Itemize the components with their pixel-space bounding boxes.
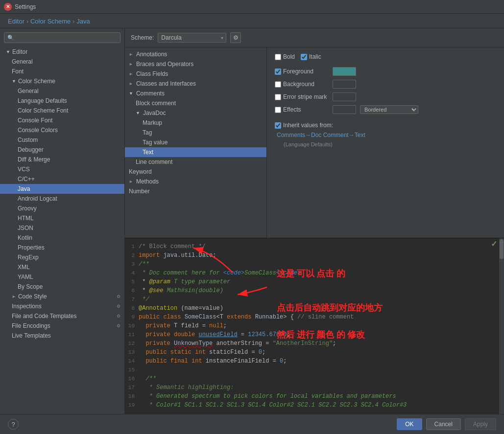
sidebar-item-debugger[interactable]: Debugger bbox=[0, 145, 124, 155]
tree-item-tag[interactable]: Tag bbox=[125, 128, 266, 137]
sidebar-item-diff-merge[interactable]: Diff & Merge bbox=[0, 155, 124, 164]
close-button[interactable]: ✕ bbox=[4, 3, 12, 11]
italic-checkbox[interactable] bbox=[301, 54, 307, 60]
effects-style-select[interactable]: Bordered Underscored Bold Underscored bbox=[360, 105, 418, 114]
breadcrumb-editor[interactable]: Editor bbox=[8, 18, 24, 25]
apply-button[interactable]: Apply bbox=[465, 418, 496, 430]
bold-checkbox[interactable] bbox=[275, 54, 281, 60]
sidebar-item-live-templates[interactable]: Live Templates bbox=[0, 331, 124, 341]
breadcrumb-color-scheme[interactable]: Color Scheme bbox=[30, 18, 71, 25]
dialog-body: 🔍 ▼ Editor General Font ▼ Color Scheme G… bbox=[0, 28, 504, 414]
sidebar-item-html[interactable]: HTML bbox=[0, 213, 124, 223]
code-content: * Generated spectrum to pick colors for … bbox=[139, 392, 504, 401]
tree-arrow-icon: ► bbox=[129, 179, 133, 184]
sidebar-item-kotlin[interactable]: Kotlin bbox=[0, 233, 124, 243]
sidebar-item-cpp[interactable]: C/C++ bbox=[0, 174, 124, 184]
sidebar-item-regexp[interactable]: RegExp bbox=[0, 252, 124, 262]
sidebar-item-color-scheme[interactable]: ▼ Color Scheme bbox=[0, 76, 124, 86]
tree-item-class-fields[interactable]: ► Class Fields bbox=[125, 69, 266, 79]
sidebar-item-properties[interactable]: Properties bbox=[0, 243, 124, 252]
scheme-select[interactable]: Darcula Default High contrast bbox=[158, 33, 226, 43]
line-number: 18 bbox=[125, 392, 139, 401]
inherit-checkbox[interactable] bbox=[275, 122, 281, 129]
line-number: 11 bbox=[125, 331, 139, 339]
tree-item-label: Block comment bbox=[136, 100, 176, 107]
tree-item-block-comment[interactable]: Block comment bbox=[125, 98, 266, 108]
effects-style-wrapper[interactable]: Bordered Underscored Bold Underscored bbox=[360, 105, 418, 114]
tree-item-line-comment[interactable]: Line comment bbox=[125, 157, 266, 167]
search-box[interactable]: 🔍 bbox=[4, 32, 120, 43]
sidebar-item-java[interactable]: Java bbox=[0, 184, 124, 194]
foreground-checkbox-label[interactable]: Foreground bbox=[275, 68, 329, 75]
sidebar-item-label: By Scope bbox=[18, 283, 43, 290]
sidebar-item-android-logcat[interactable]: Android Logcat bbox=[0, 194, 124, 204]
ok-button[interactable]: OK bbox=[397, 418, 422, 430]
tree-arrow-icon: ► bbox=[129, 62, 133, 67]
sidebar-item-vcs[interactable]: VCS bbox=[0, 164, 124, 174]
bold-checkbox-label[interactable]: Bold bbox=[275, 53, 295, 60]
scheme-gear-button[interactable]: ⚙ bbox=[230, 32, 241, 43]
tree-item-javadoc[interactable]: ▼ JavaDoc bbox=[125, 108, 266, 118]
sidebar-item-editor[interactable]: ▼ Editor bbox=[0, 47, 124, 57]
code-line-5: 5 * @param T type parameter bbox=[125, 277, 504, 286]
error-stripe-label: Error stripe mark bbox=[283, 93, 327, 100]
sidebar-item-cs-general[interactable]: General bbox=[0, 86, 124, 96]
sidebar-item-xml[interactable]: XML bbox=[0, 262, 124, 272]
sidebar-item-groovy[interactable]: Groovy bbox=[0, 204, 124, 213]
sidebar-item-json[interactable]: JSON bbox=[0, 223, 124, 233]
sidebar-item-language-defaults[interactable]: Language Defaults bbox=[0, 96, 124, 106]
tree-item-braces-operators[interactable]: ► Braces and Operators bbox=[125, 59, 266, 69]
sidebar-item-by-scope[interactable]: By Scope bbox=[0, 282, 124, 292]
sidebar-item-cs-font[interactable]: Color Scheme Font bbox=[0, 106, 124, 115]
code-line-6: 6 * @see Math#sin(double) bbox=[125, 286, 504, 295]
error-stripe-checkbox[interactable] bbox=[275, 94, 281, 100]
foreground-checkbox[interactable] bbox=[275, 69, 281, 75]
sidebar-item-label: HTML bbox=[18, 215, 34, 222]
tree-item-label: Keyword bbox=[129, 168, 152, 175]
sidebar-item-inspections[interactable]: Inspections ⚙ bbox=[0, 301, 124, 311]
background-label: Background bbox=[283, 81, 314, 88]
tree-item-classes-interfaces[interactable]: ► Classes and Interfaces bbox=[125, 79, 266, 89]
tree-arrow-icon: ► bbox=[129, 52, 133, 57]
error-stripe-color-swatch[interactable] bbox=[333, 92, 356, 101]
foreground-color-swatch[interactable] bbox=[333, 67, 356, 76]
tree-item-markup[interactable]: Markup bbox=[125, 118, 266, 128]
tree-item-annotations[interactable]: ► Annotations bbox=[125, 49, 266, 59]
sidebar-item-console-colors[interactable]: Console Colors bbox=[0, 125, 124, 135]
sidebar-item-console-font[interactable]: Console Font bbox=[0, 115, 124, 125]
help-button[interactable]: ? bbox=[8, 419, 19, 430]
sidebar-item-font[interactable]: Font bbox=[0, 67, 124, 76]
search-input[interactable] bbox=[16, 34, 117, 41]
tree-item-label: Methods bbox=[136, 178, 159, 185]
sidebar-item-yaml[interactable]: YAML bbox=[0, 272, 124, 282]
italic-checkbox-label[interactable]: Italic bbox=[301, 53, 321, 60]
sidebar-item-file-encodings[interactable]: File Encodings ⚙ bbox=[0, 321, 124, 331]
tree-item-keyword[interactable]: Keyword bbox=[125, 167, 266, 177]
tree-item-number[interactable]: Number bbox=[125, 186, 266, 196]
background-checkbox[interactable] bbox=[275, 81, 281, 88]
tree-item-text[interactable]: Text bbox=[125, 147, 266, 157]
sidebar-item-code-style[interactable]: ► Code Style ⚙ bbox=[0, 292, 124, 301]
line-number: 15 bbox=[125, 366, 139, 374]
sidebar-item-label: Language Defaults bbox=[18, 97, 67, 104]
inherit-checkbox-label[interactable]: Inherit values from: bbox=[275, 122, 333, 129]
background-checkbox-label[interactable]: Background bbox=[275, 81, 329, 88]
inherit-link[interactable]: Comments→Doc Comment→Text bbox=[277, 132, 365, 138]
effects-checkbox[interactable] bbox=[275, 107, 281, 113]
effects-checkbox-label[interactable]: Effects bbox=[275, 106, 329, 113]
effects-color-swatch[interactable] bbox=[333, 105, 356, 114]
sidebar-item-custom[interactable]: Custom bbox=[0, 135, 124, 145]
tree-item-methods[interactable]: ► Methods bbox=[125, 177, 266, 186]
tree-item-comments[interactable]: ▼ Comments bbox=[125, 89, 266, 98]
breadcrumb-java[interactable]: Java bbox=[76, 18, 90, 25]
background-color-swatch[interactable] bbox=[333, 80, 356, 89]
code-line-17: 17 * Semantic highlighting: bbox=[125, 383, 504, 392]
arrow-icon: ▼ bbox=[6, 49, 10, 54]
scroll-thumb[interactable] bbox=[500, 239, 504, 259]
scheme-select-wrapper[interactable]: Darcula Default High contrast bbox=[158, 33, 226, 43]
tree-item-tag-value[interactable]: Tag value bbox=[125, 137, 266, 147]
error-stripe-checkbox-label[interactable]: Error stripe mark bbox=[275, 93, 329, 100]
cancel-button[interactable]: Cancel bbox=[426, 418, 461, 430]
sidebar-item-general[interactable]: General bbox=[0, 57, 124, 67]
sidebar-item-file-code-templates[interactable]: File and Code Templates ⚙ bbox=[0, 311, 124, 321]
